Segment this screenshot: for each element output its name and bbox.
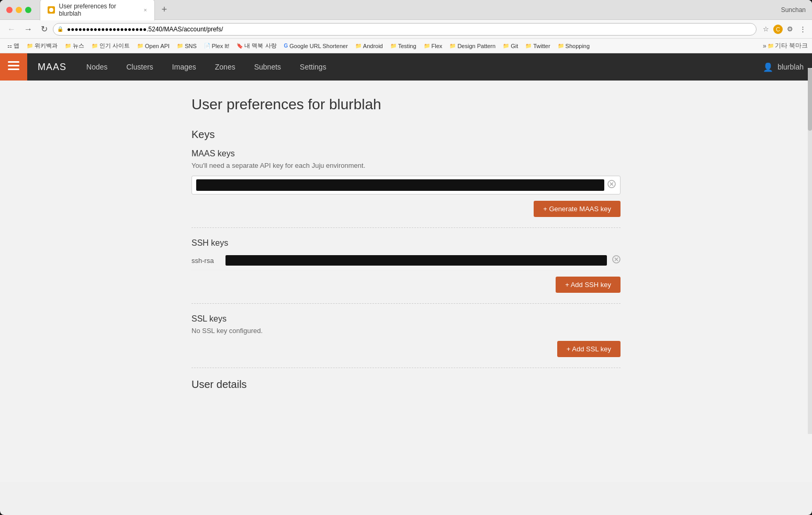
add-ssh-key-button[interactable]: + Add SSH key: [556, 277, 621, 293]
new-tab-button[interactable]: +: [158, 4, 171, 16]
close-window-button[interactable]: [6, 7, 13, 13]
maas-logo[interactable]: [0, 53, 27, 81]
maas-app: MAAS Nodes Clusters Images Zones Subnets…: [0, 53, 812, 482]
chrome-icon[interactable]: C: [773, 25, 783, 34]
bookmark-label: 뉴스: [73, 42, 84, 50]
ssl-no-key-text: No SSL key configured.: [191, 327, 621, 335]
folder-icon: 📁: [355, 43, 362, 49]
back-button[interactable]: ←: [4, 22, 19, 36]
apps-icon: ⚏: [7, 43, 12, 49]
maximize-window-button[interactable]: [25, 7, 31, 13]
api-key-value: [196, 179, 604, 191]
heart-icon: 🔖: [236, 43, 243, 49]
maas-nav: Nodes Clusters Images Zones Subnets Sett…: [77, 53, 336, 81]
folder-icon: 📁: [503, 43, 509, 49]
current-user[interactable]: blurblah: [777, 63, 804, 71]
bookmark-label: 인기 사이트: [99, 42, 130, 50]
svg-rect-2: [8, 65, 19, 66]
title-bar: User preferences for blurblah × + Suncha…: [0, 0, 812, 20]
navigation-bar: ← → ↻ 🔒 ☆ C ⚙ ⋮: [0, 20, 812, 39]
bookmark-popular-sites[interactable]: 📁 인기 사이트: [88, 41, 133, 51]
nav-settings[interactable]: Settings: [290, 53, 336, 81]
bookmark-label: Google URL Shortener: [289, 43, 348, 49]
folder-icon: 📁: [424, 43, 430, 49]
bookmark-shopping[interactable]: 📁 Shopping: [555, 42, 593, 50]
bookmarks-overflow-button[interactable]: » 📁 기타 북마크: [763, 41, 808, 50]
bookmark-label: Android: [363, 43, 383, 49]
bookmark-open-api[interactable]: 📁 Open API: [134, 42, 173, 50]
nav-subnets[interactable]: Subnets: [245, 53, 290, 81]
keys-section-title: Keys: [191, 129, 621, 141]
nav-images[interactable]: Images: [163, 53, 206, 81]
bookmark-label: Twitter: [533, 43, 550, 49]
bookmark-macbook[interactable]: 🔖 내 맥북 사랑: [233, 41, 279, 51]
tab-favicon: [48, 6, 55, 14]
bookmarks-bar: ⚏ 앱 📁 위키백과 📁 뉴스 📁 인기 사이트 📁 Open API 📁 SN…: [0, 39, 812, 53]
ssh-keys-title: SSH keys: [191, 238, 621, 248]
bookmark-label: 내 맥북 사랑: [244, 42, 276, 50]
bookmark-twitter[interactable]: 📁 Twitter: [522, 42, 553, 50]
section-divider-3: [191, 368, 621, 368]
bookmark-android[interactable]: 📁 Android: [352, 42, 386, 50]
nav-nodes[interactable]: Nodes: [77, 53, 117, 81]
bookmark-apps[interactable]: ⚏ 앱: [4, 41, 22, 51]
bookmark-design-pattern[interactable]: 📁 Design Pattern: [446, 42, 499, 50]
page-title: User preferences for blurblah: [191, 96, 621, 113]
user-details-section: User details: [191, 379, 621, 391]
browser-tab[interactable]: User preferences for blurblah ×: [40, 0, 155, 20]
bookmark-flex[interactable]: 📁 Flex: [421, 42, 446, 50]
section-divider-1: [191, 227, 621, 228]
traffic-lights: [6, 7, 31, 13]
bookmark-google-url[interactable]: G Google URL Shortener: [281, 42, 351, 50]
bookmark-label: SNS: [185, 43, 197, 49]
bookmark-testing[interactable]: 📁 Testing: [387, 42, 420, 50]
bookmark-sns[interactable]: 📁 SNS: [174, 42, 200, 50]
add-ssh-key-btn-row: + Add SSH key: [191, 277, 621, 293]
generate-maas-key-button[interactable]: + Generate MAAS key: [534, 201, 621, 217]
google-icon: G: [284, 43, 288, 49]
folder-icon: 📁: [525, 43, 532, 49]
menu-icon[interactable]: ⋮: [797, 24, 808, 35]
tab-title: User preferences for blurblah: [59, 3, 138, 17]
bookmark-label: Testing: [398, 43, 416, 49]
api-key-clear-button[interactable]: [607, 180, 616, 190]
nav-zones[interactable]: Zones: [206, 53, 245, 81]
add-ssl-key-btn-row: + Add SSL key: [191, 341, 621, 357]
tab-close-button[interactable]: ×: [144, 7, 147, 13]
ssl-keys-title: SSL keys: [191, 314, 621, 324]
minimize-window-button[interactable]: [16, 7, 22, 13]
bookmark-label: Open API: [145, 43, 170, 49]
ssh-key-row: ssh-rsa: [191, 251, 621, 270]
overflow-text: 기타 북마크: [775, 41, 808, 50]
bookmark-star-icon[interactable]: ☆: [761, 24, 771, 35]
bookmark-label: Shopping: [566, 43, 590, 49]
extensions-icon[interactable]: ⚙: [785, 24, 795, 35]
browser-window: User preferences for blurblah × + Suncha…: [0, 0, 812, 515]
generate-key-btn-row: + Generate MAAS key: [191, 201, 621, 217]
bookmark-plex[interactable]: 📄 Plex It!: [201, 42, 233, 50]
bookmark-label: Plex It!: [212, 43, 230, 49]
ssh-key-type: ssh-rsa: [191, 257, 220, 265]
maas-brand: MAAS: [27, 62, 77, 73]
bookmark-wikipedia[interactable]: 📁 위키백과: [24, 41, 61, 51]
forward-button[interactable]: →: [21, 22, 36, 36]
user-details-title: User details: [191, 379, 621, 391]
folder-icon: 📁: [65, 43, 71, 49]
bookmark-git[interactable]: 📁 Git: [500, 42, 521, 50]
reload-button[interactable]: ↻: [38, 22, 51, 36]
ssh-key-value: [225, 255, 607, 266]
ssh-keys-subsection: SSH keys ssh-rsa + Add SSH key: [191, 238, 621, 293]
add-ssl-key-button[interactable]: + Add SSL key: [557, 341, 621, 357]
browser-user: Sunchan: [781, 6, 806, 14]
page-content: User preferences for blurblah Keys MAAS …: [171, 81, 641, 415]
address-input[interactable]: [53, 23, 757, 36]
user-avatar-icon: 👤: [763, 62, 773, 72]
bookmark-news[interactable]: 📁 뉴스: [62, 41, 87, 51]
keys-section: Keys MAAS keys You'll need a separate AP…: [191, 129, 621, 391]
folder-icon: 📁: [449, 43, 456, 49]
ssh-key-remove-button[interactable]: [612, 255, 621, 266]
scrollbar-thumb[interactable]: [808, 68, 812, 131]
maas-keys-subsection: MAAS keys You'll need a separate API key…: [191, 149, 621, 217]
scrollbar[interactable]: [808, 68, 812, 434]
nav-clusters[interactable]: Clusters: [117, 53, 162, 81]
